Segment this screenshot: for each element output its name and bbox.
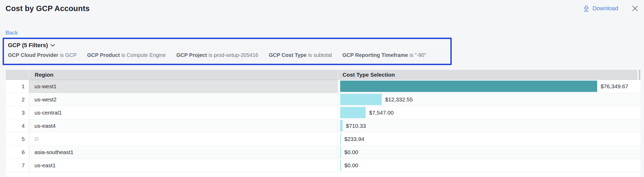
table-row[interactable]: 4 us-east4 $710.33 [6,119,640,132]
region-cell[interactable]: us-west2 [29,93,338,106]
row-number-cell: 2 [6,93,29,106]
table-row[interactable]: 1 us-west1 $76,349.67 [6,80,640,93]
cost-bar[interactable] [340,133,341,145]
table-row[interactable]: 3 us-central1 $7,547.00 [6,106,640,119]
row-number-cell: 7 [6,159,29,172]
close-button[interactable] [631,4,639,13]
scrollbar-corner [639,70,640,80]
cost-value-label: $233.94 [344,136,364,142]
cost-bar-cell: $0.00 [338,146,640,159]
filters-dropdown-toggle[interactable]: GCP (5 Filters) [8,42,55,49]
cost-value-label: $710.33 [346,123,366,129]
row-number-cell: 5 [6,132,29,145]
top-bar: Cost by GCP Accounts Download [6,3,639,14]
filters-summary-label: GCP (5 Filters) [8,42,48,49]
cost-type-selection-column-header[interactable]: Cost Type Selection [338,70,640,80]
cost-bar-cell: $7,547.00 [338,106,640,119]
cost-bar-cell: $76,349.67 [338,80,640,93]
filter-chip-project[interactable]: GCP Projectis prod-setup-205416 [176,52,258,58]
cost-bar[interactable] [340,81,597,92]
chevron-down-icon [50,44,55,47]
cost-value-label: $76,349.67 [601,83,628,90]
table-row[interactable]: 5 ∅ $233.94 [6,132,640,146]
cost-bar-cell: $233.94 [338,132,640,145]
region-cell[interactable]: us-west1 [29,80,338,93]
filter-chip-cloud-provider[interactable]: GCP Cloud Provideris GCP [8,52,77,58]
region-cell[interactable]: us-east1 [29,159,338,172]
region-cell[interactable]: us-east4 [29,119,338,132]
cost-by-gcp-accounts-panel: Cost by GCP Accounts Download [0,0,644,177]
cost-table: Region Cost Type Selection 1 us-west1 $7… [6,70,640,176]
filter-chip-cost-type[interactable]: GCP Cost Typeis subtotal [269,52,332,58]
region-cell[interactable]: asia-southeast1 [29,146,338,159]
download-button[interactable]: Download [583,5,618,12]
download-label: Download [592,5,618,12]
filter-highlight-box: GCP (5 Filters) GCP Cloud Provideris GCP… [3,38,452,65]
partial-empty-row [6,172,640,176]
row-number-cell: 6 [6,146,29,159]
cost-bar[interactable] [340,146,341,158]
row-number-cell: 3 [6,106,29,119]
cost-bar[interactable] [340,160,341,171]
cost-bar[interactable] [340,107,366,118]
cost-value-label: $7,547.00 [369,110,394,116]
row-number-cell: 1 [6,80,29,93]
top-actions: Download [583,4,639,13]
table-row[interactable]: 2 us-west2 $12,332.55 [6,93,640,106]
cost-bar-cell: $710.33 [338,119,640,132]
row-number-cell: 4 [6,119,29,132]
cost-bar-cell: $0.00 [338,159,640,172]
cost-value-label: $12,332.55 [385,96,413,103]
download-icon [583,5,590,12]
region-column-header[interactable]: Region [29,70,338,80]
table-row[interactable]: 7 us-east1 $0.00 [6,159,640,172]
page-title: Cost by GCP Accounts [6,4,90,13]
cost-bar[interactable] [340,94,382,105]
close-icon [631,5,639,12]
cost-bar[interactable] [340,120,343,131]
table-row[interactable]: 6 asia-southeast1 $0.00 [6,146,640,159]
cost-bar-cell: $12,332.55 [338,93,640,106]
table-header-row: Region Cost Type Selection [6,70,640,80]
filter-chip-reporting-timeframe[interactable]: GCP Reporting Timeframeis "-90" [342,52,426,58]
table-body: 1 us-west1 $76,349.67 2 us-west2 $12,332… [6,80,640,176]
filter-chip-product[interactable]: GCP Productis Compute Engine [87,52,166,58]
applied-filters-row: GCP Cloud Provideris GCP GCP Productis C… [8,52,446,58]
region-cell[interactable]: ∅ [29,132,338,145]
region-cell[interactable]: us-central1 [29,106,338,119]
row-number-column-header [6,70,29,80]
back-link[interactable]: Back [6,30,18,36]
cost-value-label: $0.00 [344,149,358,155]
cost-value-label: $0.00 [344,162,358,169]
